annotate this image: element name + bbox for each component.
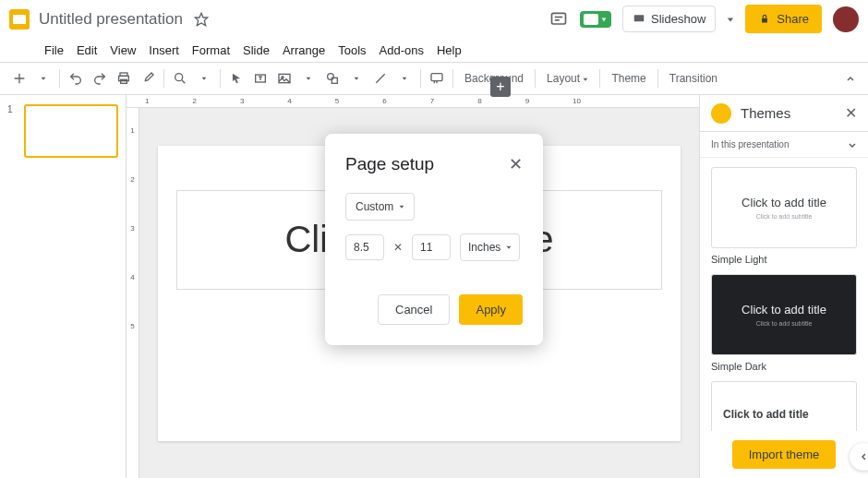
comment-button[interactable] [427, 67, 447, 90]
svg-marker-16 [233, 74, 240, 84]
menu-edit[interactable]: Edit [71, 41, 102, 60]
slideshow-button[interactable]: Slideshow [622, 6, 716, 32]
toolbar: Background Layout Theme Transition [0, 62, 868, 95]
chevron-down-icon [399, 204, 404, 209]
svg-marker-7 [728, 18, 733, 21]
select-tool[interactable] [226, 67, 247, 90]
theme-menu[interactable]: Theme [606, 72, 651, 85]
svg-marker-4 [602, 18, 607, 21]
slideshow-dropdown-icon[interactable] [727, 16, 734, 23]
star-icon[interactable] [194, 12, 209, 27]
svg-marker-25 [355, 78, 359, 80]
svg-line-14 [182, 80, 185, 83]
svg-marker-0 [195, 13, 207, 25]
shape-dropdown-icon[interactable] [346, 67, 367, 90]
slideshow-label: Slideshow [651, 12, 705, 26]
shape-tool[interactable] [322, 67, 343, 90]
menu-insert[interactable]: Insert [143, 41, 185, 60]
page-width-input[interactable] [345, 234, 384, 260]
user-avatar[interactable] [833, 6, 859, 32]
menu-addons[interactable]: Add-ons [374, 41, 429, 60]
svg-marker-30 [584, 78, 588, 81]
chevron-down-icon [506, 245, 512, 250]
document-title[interactable]: Untitled presentation [39, 10, 183, 29]
undo-button[interactable] [66, 67, 86, 90]
horizontal-ruler: 12345678910 [127, 95, 699, 108]
menu-slide[interactable]: Slide [237, 41, 275, 60]
slides-logo [9, 9, 30, 30]
line-tool[interactable] [370, 67, 391, 90]
line-dropdown-icon[interactable] [394, 67, 415, 90]
add-slide-fab[interactable]: + [490, 77, 511, 97]
menu-tools[interactable]: Tools [332, 41, 371, 60]
svg-marker-39 [400, 205, 404, 208]
paint-format-button[interactable] [138, 67, 158, 90]
page-height-input[interactable] [412, 234, 451, 260]
menu-help[interactable]: Help [431, 41, 467, 60]
dialog-title: Page setup [345, 154, 434, 174]
menubar: File Edit View Insert Format Slide Arran… [0, 38, 868, 62]
cancel-button[interactable]: Cancel [378, 294, 450, 325]
dimension-separator: ✕ [393, 241, 403, 254]
share-label: Share [777, 12, 809, 26]
themes-subtitle-row[interactable]: In this presentation [700, 132, 868, 158]
page-preset-select[interactable]: Custom [345, 193, 415, 221]
slide-panel: 1 [0, 95, 127, 478]
svg-point-23 [328, 74, 334, 80]
page-unit-select[interactable]: Inches [460, 233, 520, 261]
zoom-dropdown-icon[interactable] [194, 67, 214, 90]
theme-simple-light[interactable]: Click to add title Click to add subtitle… [711, 167, 857, 265]
apply-button[interactable]: Apply [459, 294, 523, 325]
new-slide-dropdown-icon[interactable] [33, 67, 54, 90]
svg-marker-27 [403, 78, 407, 80]
menu-view[interactable]: View [104, 41, 141, 60]
themes-icon [711, 103, 731, 124]
collapse-toolbar-icon[interactable] [840, 67, 861, 90]
menu-arrange[interactable]: Arrange [277, 41, 331, 60]
layout-menu[interactable]: Layout [541, 72, 594, 85]
svg-marker-40 [507, 245, 512, 248]
close-icon[interactable]: ✕ [845, 104, 857, 122]
new-slide-button[interactable] [9, 67, 30, 90]
svg-rect-28 [431, 74, 442, 81]
image-tool[interactable] [274, 67, 295, 90]
theme-simple-dark[interactable]: Click to add title Click to add subtitle… [711, 274, 857, 372]
page-setup-dialog: Page setup ✕ Custom ✕ Inches Cancel Appl… [325, 134, 543, 345]
slide-thumbnail[interactable] [24, 104, 118, 158]
close-icon[interactable]: ✕ [509, 154, 523, 174]
themes-panel: Themes ✕ In this presentation Click to a… [699, 95, 868, 478]
chevron-down-icon [848, 140, 857, 149]
redo-button[interactable] [90, 67, 110, 90]
transition-menu[interactable]: Transition [664, 72, 723, 85]
print-button[interactable] [114, 67, 134, 90]
slide-number: 1 [7, 104, 13, 114]
comment-history-icon[interactable] [549, 9, 569, 30]
menu-file[interactable]: File [39, 41, 69, 60]
svg-marker-9 [42, 78, 46, 80]
svg-marker-15 [202, 78, 207, 80]
svg-rect-12 [121, 79, 127, 83]
vertical-ruler: 12345 [127, 108, 139, 478]
theme-streamline[interactable]: Click to add title Streamline [711, 381, 857, 431]
svg-rect-1 [552, 13, 566, 24]
svg-marker-22 [307, 78, 311, 80]
image-dropdown-icon[interactable] [298, 67, 319, 90]
share-button[interactable]: Share [745, 5, 822, 33]
video-call-button[interactable] [580, 11, 611, 28]
themes-title: Themes [741, 105, 845, 121]
svg-rect-8 [762, 18, 767, 22]
import-theme-button[interactable]: Import theme [732, 440, 837, 469]
svg-point-13 [175, 74, 183, 81]
svg-line-26 [376, 74, 384, 82]
textbox-tool[interactable] [250, 67, 271, 90]
menu-format[interactable]: Format [187, 41, 235, 60]
app-header: Untitled presentation Slideshow Share [0, 0, 868, 38]
zoom-button[interactable] [170, 67, 190, 90]
